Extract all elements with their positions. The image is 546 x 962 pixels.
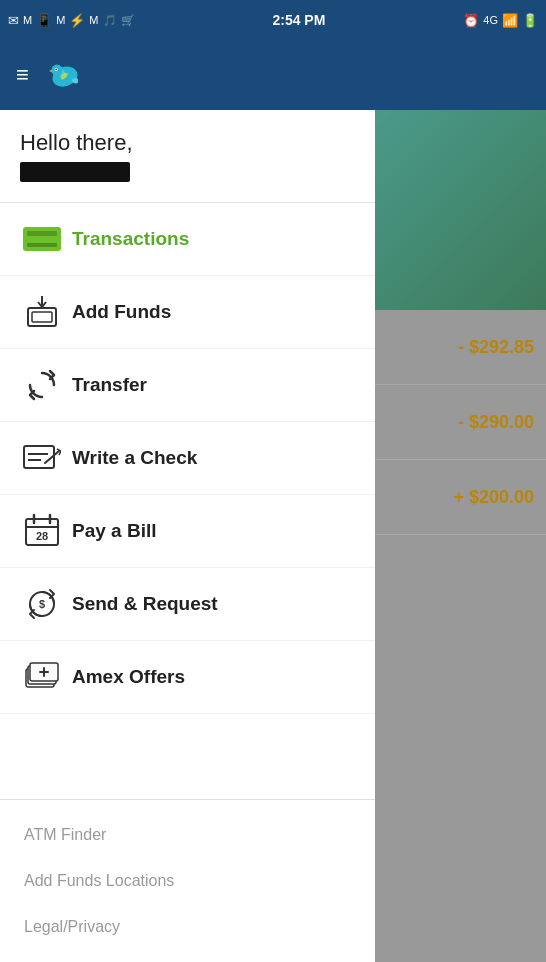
transactions-list: - $292.85 - $290.00 + $200.00 — [375, 310, 546, 962]
transactions-label: Transactions — [72, 228, 189, 250]
write-check-icon — [20, 440, 64, 476]
pay-bill-label: Pay a Bill — [72, 520, 157, 542]
sidebar-header: Hello there, — [0, 110, 375, 203]
add-funds-label: Add Funds — [72, 301, 171, 323]
status-time: 2:54 PM — [272, 12, 325, 28]
legal-privacy-item[interactable]: Legal/Privacy — [0, 904, 375, 950]
send-request-label: Send & Request — [72, 593, 218, 615]
svg-line-10 — [45, 451, 59, 463]
transaction-amount: - $290.00 — [458, 412, 534, 433]
nav-item-transfer[interactable]: Transfer — [0, 349, 375, 422]
table-row: + $200.00 — [375, 460, 546, 535]
add-funds-icon — [20, 294, 64, 330]
status-bar: ✉ M 📱 M ⚡ M 🎵 🛒 2:54 PM ⏰ 4G 📶 🔋 — [0, 0, 546, 40]
app-logo — [45, 55, 85, 95]
send-request-icon: $ — [20, 586, 64, 622]
svg-rect-5 — [32, 312, 52, 322]
status-icons: ✉ M 📱 M ⚡ M 🎵 🛒 — [8, 13, 135, 28]
content-area: - $292.85 - $290.00 + $200.00 — [375, 110, 546, 962]
table-row: - $292.85 — [375, 310, 546, 385]
atm-finder-item[interactable]: ATM Finder — [0, 812, 375, 858]
app-bar: ≡ — [0, 40, 546, 110]
gmail-icon: M — [56, 14, 65, 26]
pay-bill-icon: 28 — [20, 513, 64, 549]
secondary-nav: ATM Finder Add Funds Locations Legal/Pri… — [0, 799, 375, 962]
amex-offers-label: Amex Offers — [72, 666, 185, 688]
network-icon: 4G — [483, 14, 498, 26]
mail2-icon: M — [89, 14, 98, 26]
nav-item-amex-offers[interactable]: Amex Offers — [0, 641, 375, 714]
transaction-amount: - $292.85 — [458, 337, 534, 358]
menu-button[interactable]: ≡ — [16, 62, 29, 88]
nav-items: Transactions Add Funds — [0, 203, 375, 799]
add-funds-locations-item[interactable]: Add Funds Locations — [0, 858, 375, 904]
battery-icon: 🔋 — [522, 13, 538, 28]
sidebar: Hello there, Transactions — [0, 110, 375, 962]
svg-text:28: 28 — [36, 530, 48, 542]
svg-text:$: $ — [39, 598, 45, 610]
nav-item-pay-bill[interactable]: 28 Pay a Bill — [0, 495, 375, 568]
table-row: - $290.00 — [375, 385, 546, 460]
transfer-label: Transfer — [72, 374, 147, 396]
nav-item-write-check[interactable]: Write a Check — [0, 422, 375, 495]
signal-icon: 📶 — [502, 13, 518, 28]
nav-item-send-request[interactable]: $ Send & Request — [0, 568, 375, 641]
alarm-icon: ⏰ — [463, 13, 479, 28]
write-check-label: Write a Check — [72, 447, 197, 469]
transfer-icon — [20, 367, 64, 403]
mail-icon: M — [23, 14, 32, 26]
transactions-icon — [20, 221, 64, 257]
cart-icon: 🛒 — [121, 14, 135, 27]
main-layout: Hello there, Transactions — [0, 110, 546, 962]
device-icon: 📱 — [36, 13, 52, 28]
nav-item-add-funds[interactable]: Add Funds — [0, 276, 375, 349]
music-icon: 🎵 — [103, 14, 117, 27]
svg-point-3 — [55, 69, 57, 71]
wifi-icon: ⚡ — [69, 13, 85, 28]
amex-offers-icon — [20, 659, 64, 695]
card-top — [375, 110, 546, 310]
nav-item-transactions[interactable]: Transactions — [0, 203, 375, 276]
email-icon: ✉ — [8, 13, 19, 28]
transaction-amount: + $200.00 — [453, 487, 534, 508]
svg-rect-7 — [24, 446, 54, 468]
greeting-text: Hello there, — [20, 130, 355, 156]
username-bar — [20, 162, 130, 182]
right-status-icons: ⏰ 4G 📶 🔋 — [463, 13, 538, 28]
